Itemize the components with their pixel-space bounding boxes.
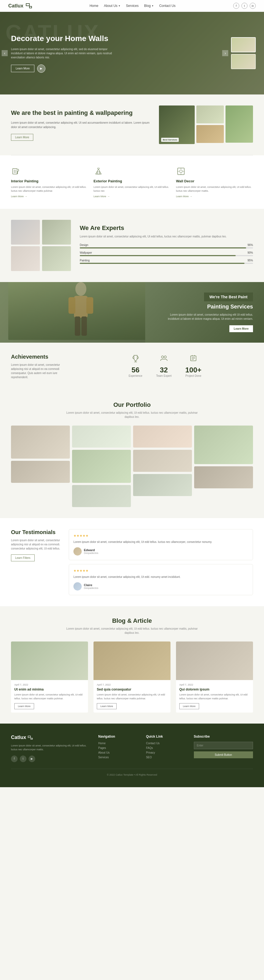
best-services-heading: We are the best in painting & wallpaperi… <box>11 109 151 117</box>
footer-social: f t ▶ <box>11 756 90 762</box>
social-linkedin[interactable]: in <box>250 3 256 9</box>
portfolio-img-10 <box>194 466 253 488</box>
svg-point-12 <box>75 282 86 296</box>
portfolio-grid <box>11 426 253 507</box>
stat-experience: 56 Experience <box>129 354 142 377</box>
expert-image-3 <box>11 246 40 271</box>
svg-rect-17 <box>81 317 87 336</box>
social-twitter[interactable]: t <box>242 3 248 9</box>
portfolio-item-1[interactable] <box>11 426 70 458</box>
nav-blog[interactable]: Blog ▼ <box>144 4 154 8</box>
portfolio-img-5 <box>11 461 70 483</box>
skill-label-wallpaper: Wallpaper <box>80 251 92 254</box>
stat-label-1: Team Expert <box>156 374 172 377</box>
bp-description: Lorem ipsum dolor sit amet, consectetur … <box>160 313 253 321</box>
footer-nav-list: Home Pages About Us Services <box>98 742 138 759</box>
portfolio-header: Our Portfolio Lorem ipsum dolor sit amet… <box>11 401 253 419</box>
footer-social-twitter[interactable]: t <box>20 756 27 762</box>
hero-learn-more-button[interactable]: Learn More <box>11 65 34 72</box>
portfolio-item-9[interactable] <box>133 474 192 496</box>
blog-btn-1[interactable]: Learn More <box>14 703 34 709</box>
test-author-2: Claire Despadectos <box>73 582 248 590</box>
achievements-section: Achievements Lorem ipsum dolor sit amet,… <box>0 343 264 390</box>
testimonials-cards: ★★★★★ Lorem ipsum dolor sit amet, consec… <box>69 529 253 595</box>
hero-play-button[interactable]: ▶ <box>37 64 45 73</box>
bp-left-image <box>0 282 145 343</box>
testimonials-desc: Lorem ipsum dolor sit amet, consectetur … <box>11 538 60 550</box>
footer-nav-pages[interactable]: Pages <box>98 746 138 749</box>
nav-social: f t in <box>233 3 256 9</box>
subscribe-email-input[interactable] <box>194 742 253 749</box>
nav-about[interactable]: About Us ▼ <box>104 4 120 8</box>
best-services-learn-button[interactable]: Learn More <box>11 134 33 141</box>
service-desc-1: Lorem ipsum dolor sit amet, consectetur … <box>11 185 88 193</box>
footer: Catlux Lorem ipsum dolor sit amet, conse… <box>0 724 264 787</box>
bp-learn-more-button[interactable]: Learn More <box>229 325 253 332</box>
footer-quick-seo[interactable]: SEO <box>146 756 186 759</box>
testimonial-card-1: ★★★★★ Lorem ipsum dolor sit amet, consec… <box>69 529 253 560</box>
portfolio-item-10[interactable] <box>194 466 253 488</box>
footer-quick-faqs[interactable]: FAQs <box>146 746 186 749</box>
footer-nav-home[interactable]: Home <box>98 742 138 745</box>
nav-contact[interactable]: Contact Us <box>159 4 175 8</box>
blog-btn-3[interactable]: Learn More <box>179 703 199 709</box>
hero-prev-button[interactable]: ‹ <box>2 50 8 56</box>
hero-thumb-1[interactable] <box>231 37 256 52</box>
blog-btn-2[interactable]: Learn More <box>97 703 117 709</box>
hero-next-button[interactable]: › <box>222 50 228 56</box>
experts-heading: We Are Experts <box>80 224 253 232</box>
interior-paint-icon <box>11 166 21 176</box>
testimonials-filters-button[interactable]: Learn Filters <box>11 554 35 562</box>
nav-home[interactable]: Home <box>90 4 98 8</box>
team-icon <box>156 354 172 364</box>
footer-social-youtube[interactable]: ▶ <box>28 756 35 762</box>
stat-label-0: Experience <box>129 374 142 377</box>
service-link-3[interactable]: Learn More → <box>176 195 253 198</box>
service-link-1[interactable]: Learn More → <box>11 195 88 198</box>
hero-title: Decorate your Home Walls <box>11 33 115 43</box>
dropdown-icon: ▼ <box>152 5 154 7</box>
portfolio-col-2 <box>72 426 131 507</box>
social-facebook[interactable]: f <box>233 3 239 9</box>
testimonials-heading: Our Testimonials <box>11 529 60 535</box>
arrow-icon: → <box>25 195 27 198</box>
service-link-2[interactable]: Learn More → <box>93 195 171 198</box>
hero-description: Lorem ipsum dolor sit amet, consectetur … <box>11 47 115 59</box>
nav-services[interactable]: Services <box>126 4 139 8</box>
testimonials-section: Our Testimonials Lorem ipsum dolor sit a… <box>0 518 264 606</box>
footer-nav-about[interactable]: About Us <box>98 751 138 754</box>
footer-bottom: © 2022 Catlux Template • All Rights Rese… <box>11 769 253 776</box>
portfolio-item-5[interactable] <box>11 461 70 483</box>
skill-fill-wallpaper <box>80 255 236 256</box>
hero-thumb-2[interactable] <box>231 54 256 69</box>
footer-quick-col: Quick Link Contact Us FAQs Privacy SEO <box>146 735 186 762</box>
test-text-2: Lorem ipsum dolor sit amet, consectetur … <box>73 575 248 579</box>
portfolio-item-3[interactable] <box>133 426 192 448</box>
portfolio-item-6[interactable] <box>72 450 131 483</box>
portfolio-item-8[interactable] <box>133 450 192 472</box>
subscribe-button[interactable]: Submit Button <box>194 751 253 758</box>
service-image-3 <box>196 125 224 143</box>
test-name-2: Claire <box>84 583 98 587</box>
portfolio-item-2[interactable] <box>72 426 131 448</box>
service-item-3: Wall Decor Lorem ipsum dolor sit amet, c… <box>176 166 253 198</box>
skill-track-wallpaper <box>80 255 253 256</box>
blog-card-2: April 7, 2022 Sed quia consequatur Lorem… <box>93 641 171 713</box>
best-paint-section: We're The Best Paint Painting Services L… <box>0 282 264 343</box>
portfolio-img-6 <box>72 450 131 483</box>
footer-nav-services[interactable]: Services <box>98 756 138 759</box>
portfolio-item-4[interactable] <box>194 426 253 464</box>
footer-social-facebook[interactable]: f <box>11 756 17 762</box>
blog-date-2: April 7, 2022 <box>97 683 167 686</box>
skill-fill-design <box>80 247 246 248</box>
expert-image-2 <box>42 220 71 245</box>
portfolio-item-7[interactable] <box>72 485 131 507</box>
portfolio-img-2 <box>72 426 131 448</box>
footer-quick-privacy[interactable]: Privacy <box>146 751 186 754</box>
skill-percent-design: 96% <box>248 243 253 247</box>
svg-rect-15 <box>86 297 93 314</box>
blog-title-2: Sed quia consequatur <box>97 687 167 691</box>
test-author-1: Edward Despadectos <box>73 547 248 555</box>
footer-quick-contact[interactable]: Contact Us <box>146 742 186 745</box>
portfolio-img-7 <box>72 485 131 507</box>
